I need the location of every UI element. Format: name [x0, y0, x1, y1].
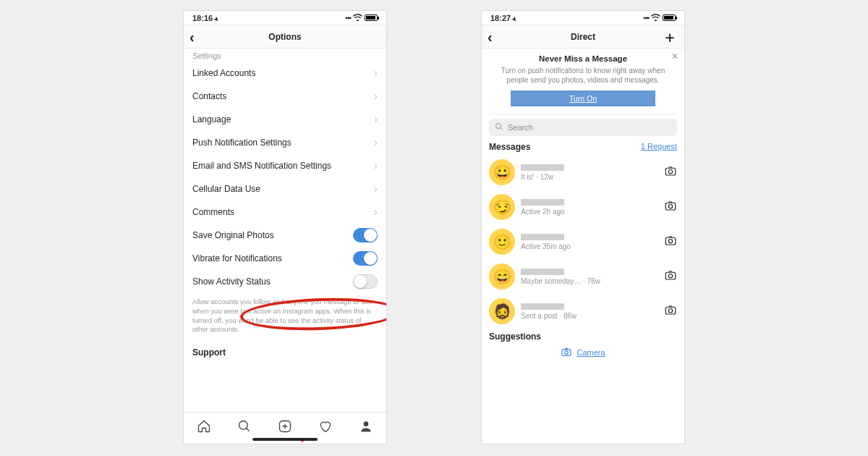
notification-banner: ✕ Never Miss a Message Turn on push noti… — [489, 54, 677, 114]
row-email-sms[interactable]: Email and SMS Notification Settings› — [192, 154, 378, 177]
camera-icon[interactable] — [664, 269, 677, 284]
svg-rect-14 — [562, 350, 571, 356]
tab-bar — [184, 412, 386, 444]
camera-icon[interactable] — [664, 164, 677, 180]
search-placeholder: Search — [508, 123, 533, 132]
nav-header: ‹ Options — [184, 25, 386, 48]
activity-status-description: Allow accounts you follow and anyone you… — [192, 293, 378, 342]
svg-rect-6 — [665, 203, 676, 210]
tab-search-icon[interactable] — [237, 419, 252, 437]
svg-point-13 — [668, 309, 672, 313]
avatar: 😀 — [489, 159, 515, 185]
svg-point-5 — [668, 170, 672, 174]
signal-icon: ▪︎▪︎▪︎ — [345, 14, 351, 22]
row-language[interactable]: Language› — [192, 108, 378, 131]
avatar: 😏 — [489, 194, 515, 220]
turn-on-button[interactable]: Turn On — [511, 90, 655, 106]
redacted-name — [521, 303, 564, 310]
row-label: Language — [192, 114, 231, 124]
row-push-notif[interactable]: Push Notification Settings› — [192, 131, 378, 154]
banner-title: Never Miss a Message — [489, 54, 677, 63]
nav-header: ‹ Direct ＋ — [482, 25, 684, 48]
toggle-vibrate[interactable] — [353, 251, 378, 266]
camera-link[interactable]: Camera — [561, 346, 605, 359]
row-label: Push Notification Settings — [192, 138, 292, 148]
compose-button[interactable]: ＋ — [663, 30, 677, 44]
phone-direct: 18:27➤ ▪︎▪︎▪︎ ‹ Direct ＋ ✕ Never Miss a … — [481, 10, 685, 444]
message-row[interactable]: 😏 Active 2h ago — [489, 190, 677, 224]
redacted-name — [521, 199, 564, 206]
svg-point-0 — [239, 421, 248, 430]
location-arrow-icon: ➤ — [213, 14, 221, 22]
home-indicator — [252, 438, 318, 441]
tab-activity-icon[interactable] — [318, 419, 333, 437]
camera-icon[interactable] — [664, 303, 677, 319]
row-label: Show Activity Status — [192, 276, 271, 287]
row-label: Email and SMS Notification Settings — [192, 161, 331, 171]
settings-list[interactable]: Settings Linked Accounts› Contacts› Lang… — [184, 48, 386, 412]
svg-point-9 — [668, 240, 672, 243]
signal-icon: ▪︎▪︎▪︎ — [643, 14, 649, 22]
camera-icon[interactable] — [664, 199, 677, 215]
row-save-photos: Save Original Photos — [192, 224, 378, 247]
message-subtitle: Maybe someday… · 76w — [521, 277, 658, 285]
tab-add-icon[interactable] — [278, 419, 292, 437]
row-label: Comments — [192, 207, 234, 217]
back-button[interactable]: ‹ — [488, 30, 493, 44]
close-icon[interactable]: ✕ — [671, 51, 678, 62]
status-bar: 18:16➤ ▪︎▪︎▪︎ — [184, 11, 386, 25]
chevron-right-icon: › — [374, 159, 378, 172]
svg-point-7 — [668, 205, 672, 208]
toggle-activity-status[interactable] — [353, 274, 378, 289]
svg-point-3 — [496, 124, 501, 129]
svg-point-11 — [668, 274, 672, 278]
chevron-right-icon: › — [374, 113, 378, 126]
row-label: Save Original Photos — [192, 230, 274, 240]
message-subtitle: Sent a post · 86w — [521, 312, 658, 320]
chevron-right-icon: › — [374, 136, 378, 149]
svg-point-15 — [565, 351, 569, 355]
chevron-right-icon: › — [374, 206, 378, 219]
message-row[interactable]: 😄 Maybe someday… · 76w — [489, 259, 677, 294]
banner-body: Turn on push notifications to know right… — [496, 66, 670, 85]
tab-home-icon[interactable] — [197, 419, 211, 437]
page-title: Options — [268, 32, 301, 42]
camera-icon — [561, 346, 572, 359]
row-activity-status: Show Activity Status — [192, 270, 378, 293]
message-row[interactable]: 🧔 Sent a post · 86w — [489, 294, 677, 329]
camera-label: Camera — [576, 348, 605, 357]
row-linked-accounts[interactable]: Linked Accounts› — [192, 62, 378, 85]
chevron-right-icon: › — [374, 67, 378, 80]
toggle-save-photos[interactable] — [353, 228, 378, 242]
battery-icon — [663, 14, 676, 21]
message-row[interactable]: 🙂 Active 35m ago — [489, 224, 677, 259]
back-button[interactable]: ‹ — [190, 30, 195, 44]
row-cellular[interactable]: Cellular Data Use› — [192, 177, 378, 200]
avatar: 🙂 — [489, 229, 515, 255]
row-contacts[interactable]: Contacts› — [192, 85, 378, 108]
message-subtitle: It is! · 12w — [521, 173, 658, 181]
tab-profile-icon[interactable] — [359, 419, 373, 437]
wifi-icon — [353, 14, 362, 22]
svg-rect-10 — [665, 272, 676, 279]
search-input[interactable]: Search — [489, 119, 677, 136]
section-support[interactable]: Support — [192, 342, 378, 360]
row-label: Linked Accounts — [192, 68, 255, 78]
avatar: 😄 — [489, 263, 515, 290]
row-label: Vibrate for Notifications — [192, 253, 282, 263]
row-comments[interactable]: Comments› — [192, 200, 378, 224]
message-row[interactable]: 😀 It is! · 12w — [489, 155, 677, 190]
redacted-name — [521, 234, 564, 240]
row-label: Cellular Data Use — [192, 184, 260, 194]
messages-label: Messages — [489, 142, 530, 152]
status-bar: 18:27➤ ▪︎▪︎▪︎ — [482, 11, 684, 25]
avatar: 🧔 — [489, 298, 515, 324]
search-icon — [495, 122, 503, 132]
wifi-icon — [651, 14, 660, 22]
camera-icon[interactable] — [664, 234, 677, 250]
message-subtitle: Active 35m ago — [521, 242, 658, 250]
battery-icon — [365, 14, 378, 21]
phone-options: 18:16➤ ▪︎▪︎▪︎ ‹ Options Settings Linked … — [183, 10, 387, 444]
row-vibrate: Vibrate for Notifications — [192, 247, 378, 270]
requests-link[interactable]: 1 Request — [641, 142, 677, 152]
